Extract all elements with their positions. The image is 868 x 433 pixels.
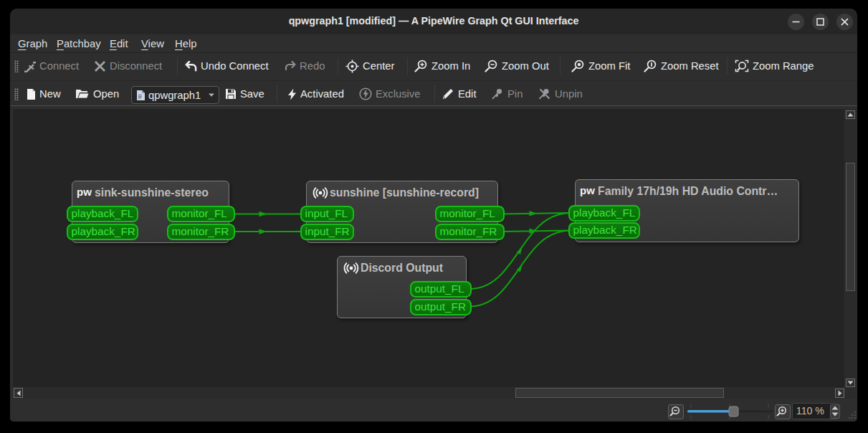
svg-text:pw: pw [77, 187, 92, 198]
svg-text:pw: pw [580, 186, 595, 196]
